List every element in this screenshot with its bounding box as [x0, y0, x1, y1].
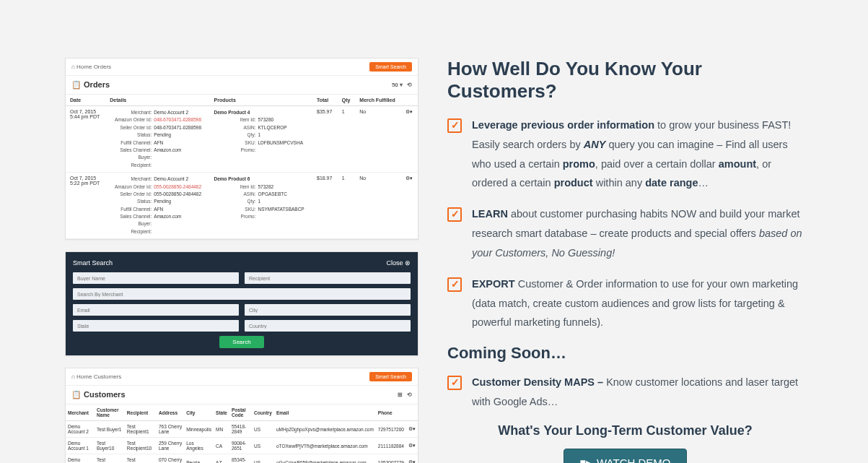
table-row: Demo Account 2Test Buyer10Test Recipient… [66, 454, 418, 463]
coming-soon-heading: Coming Soon… [447, 344, 803, 363]
reload-icon[interactable]: ⟲ [407, 82, 412, 88]
gear-icon[interactable]: ⚙▾ [408, 443, 416, 448]
bullet-learn: LEARN about customer purchasing habits N… [447, 204, 803, 262]
table-row: Oct 7, 20155:44 pm PDT Merchant:Demo Acc… [66, 106, 418, 173]
page-headline: How Well Do You Know Your Customers? [447, 58, 803, 103]
email-input[interactable] [73, 304, 239, 316]
gear-icon[interactable]: ⚙▾ [405, 109, 413, 114]
home-icon: Home [71, 373, 92, 380]
state-input[interactable] [73, 320, 239, 332]
pager-tool-icon[interactable]: 50 ▾ [392, 82, 403, 88]
customers-screenshot: Home Customers Smart Search 📋 Customers … [65, 368, 418, 463]
cta-question: What's Your Long-Term Customer Value? [447, 423, 803, 438]
city-input[interactable] [245, 304, 411, 316]
panel-title-orders: 📋 Orders [71, 80, 110, 90]
buyer-name-input[interactable] [73, 272, 239, 284]
content-column: How Well Do You Know Your Customers? Lev… [447, 58, 825, 463]
gear-icon[interactable]: ⚙▾ [408, 459, 416, 463]
reload-icon[interactable]: ⟲ [407, 391, 412, 398]
gear-icon[interactable]: ⚙▾ [405, 176, 413, 181]
table-row: Oct 7, 20155:22 pm PDT Merchant:Demo Acc… [66, 173, 418, 239]
table-row: Demo Account 1Test Buyer10Test Recipient… [66, 438, 418, 454]
home-icon: Home [71, 64, 92, 70]
bullet-export: EXPORT Customer & Order information to u… [447, 274, 803, 332]
bullet-maps: Customer Density MAPS – Know customer lo… [447, 373, 803, 412]
recipient-input[interactable] [245, 272, 411, 284]
panel-title-customers: 📋 Customers [71, 390, 126, 399]
smart-search-button[interactable]: Smart Search [369, 372, 412, 381]
search-button[interactable]: Search [219, 336, 263, 348]
merchant-input[interactable] [73, 288, 411, 300]
country-input[interactable] [245, 320, 411, 332]
bullet-leverage: Leverage previous order information to g… [447, 116, 803, 193]
video-icon: ■▸ [580, 456, 591, 463]
breadcrumb: Home Orders [71, 64, 111, 70]
smart-search-screenshot: Smart Search Close ⊗ Sea [65, 251, 418, 356]
screenshots-column: Home Orders Smart Search 📋 Orders 50 ▾ ⟲… [65, 58, 418, 463]
watch-demo-button[interactable]: ■▸ WATCH DEMO [564, 449, 688, 463]
breadcrumb: Home Customers [71, 373, 121, 380]
smart-search-button[interactable]: Smart Search [369, 62, 412, 72]
smart-search-title: Smart Search [73, 259, 113, 267]
table-row: Demo Account 2Test Buyer1Test Recipient1… [66, 421, 418, 438]
gear-icon[interactable]: ⚙▾ [408, 426, 416, 431]
close-button[interactable]: Close ⊗ [386, 259, 411, 267]
orders-screenshot: Home Orders Smart Search 📋 Orders 50 ▾ ⟲… [65, 58, 418, 240]
pager-tool-icon[interactable]: ⊞ [398, 391, 403, 398]
